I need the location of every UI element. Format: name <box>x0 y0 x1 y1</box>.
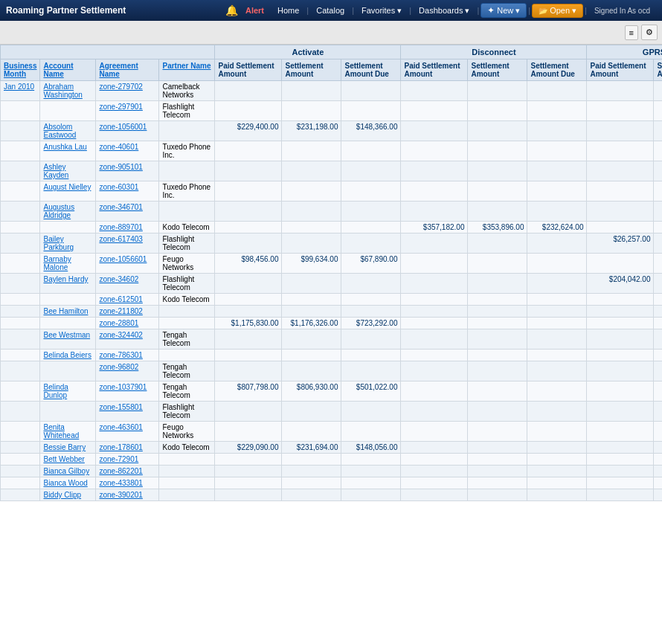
table-row: Jan 2010Abraham Washingtonzone-279702Cam… <box>1 81 663 101</box>
list-view-button[interactable]: ≡ <box>625 25 638 40</box>
col-agreement-name[interactable]: Agreement Name <box>96 59 159 81</box>
nav-dashboards[interactable]: Dashboards ▾ <box>413 4 475 18</box>
col-account-name[interactable]: Account Name <box>40 59 96 81</box>
table-cell[interactable]: zone-96802 <box>96 361 159 381</box>
table-cell[interactable]: Bianca Gilboy <box>40 466 96 477</box>
table-cell[interactable]: Bessie Barry <box>40 442 96 454</box>
table-cell[interactable]: zone-279702 <box>96 81 159 101</box>
app-title: Roaming Partner Settlement <box>6 5 126 16</box>
table-cell[interactable]: zone-211802 <box>96 306 159 318</box>
table-cell <box>587 141 654 161</box>
table-cell[interactable]: Bailey Parkburg <box>40 234 96 254</box>
table-cell[interactable]: zone-178601 <box>96 442 159 454</box>
table-cell <box>527 318 587 329</box>
table-body: Jan 2010Abraham Washingtonzone-279702Cam… <box>1 81 663 501</box>
open-button[interactable]: 📂 Open ▾ <box>532 4 583 18</box>
table-cell <box>40 318 96 329</box>
table-row: Bianca Woodzone-433801 <box>1 477 663 489</box>
table-cell <box>1 306 40 318</box>
col-business-month[interactable]: Business Month <box>1 59 40 81</box>
nav-catalog[interactable]: Catalog <box>310 4 350 17</box>
table-cell: $806,930.00 <box>282 381 341 402</box>
nav-favorites[interactable]: Favorites ▾ <box>356 4 408 18</box>
disconnect-group-header: Disconnect <box>401 45 587 59</box>
table-cell <box>159 161 215 181</box>
table-row: Bett Webberzone-72901 <box>1 454 663 466</box>
table-cell <box>215 350 282 361</box>
table-cell[interactable]: Belinda Dunlop <box>40 381 96 402</box>
table-cell[interactable]: Ashley Kayden <box>40 161 96 181</box>
table-cell[interactable]: Bee Westman <box>40 329 96 350</box>
table-cell: $232,624.00 <box>527 222 587 234</box>
table-cell <box>401 442 468 454</box>
table-cell[interactable]: zone-40601 <box>96 141 159 161</box>
table-cell[interactable]: zone-617403 <box>96 234 159 254</box>
table-cell[interactable]: August Nielley <box>40 181 96 202</box>
table-cell[interactable]: zone-60301 <box>96 181 159 202</box>
table-cell <box>215 454 282 466</box>
table-cell[interactable]: zone-34602 <box>96 274 159 294</box>
table-cell[interactable]: Baylen Hardy <box>40 274 96 294</box>
table-cell[interactable]: zone-346701 <box>96 202 159 222</box>
table-cell <box>159 489 215 501</box>
table-cell[interactable]: Barnaby Malone <box>40 254 96 274</box>
table-cell[interactable]: zone-297901 <box>96 101 159 121</box>
col-partner-name[interactable]: Partner Name <box>159 59 215 81</box>
table-cell <box>468 466 527 477</box>
column-header-row: Business Month Account Name Agreement Na… <box>1 59 663 81</box>
settings-button[interactable]: ⚙ <box>641 25 658 40</box>
table-cell <box>282 306 341 318</box>
table-cell[interactable]: zone-390201 <box>96 489 159 501</box>
table-cell[interactable]: zone-1037901 <box>96 381 159 402</box>
table-cell <box>468 202 527 222</box>
table-cell <box>40 294 96 306</box>
table-cell[interactable]: zone-612501 <box>96 294 159 306</box>
table-cell[interactable]: zone-889701 <box>96 222 159 234</box>
nav-home[interactable]: Home <box>271 4 305 17</box>
table-cell[interactable]: zone-463601 <box>96 422 159 442</box>
empty-group-header <box>1 45 215 59</box>
table-cell <box>468 294 527 306</box>
col-act-paid-settlement: Paid Settlement Amount <box>215 59 282 81</box>
table-cell: Tuxedo Phone Inc. <box>159 181 215 202</box>
table-cell[interactable]: Jan 2010 <box>1 81 40 101</box>
table-cell[interactable]: Bett Webber <box>40 454 96 466</box>
table-cell: Kodo Telecom <box>159 222 215 234</box>
table-cell[interactable]: Belinda Beiers <box>40 350 96 361</box>
table-cell[interactable]: zone-28801 <box>96 318 159 329</box>
table-cell <box>215 306 282 318</box>
table-cell <box>40 222 96 234</box>
table-cell[interactable]: zone-862201 <box>96 466 159 477</box>
table-cell[interactable]: Augustus Aldridge <box>40 202 96 222</box>
table-cell <box>1 101 40 121</box>
table-cell[interactable]: Bianca Wood <box>40 477 96 489</box>
col-dis-settlement-amount: Settlement Amount <box>468 59 527 81</box>
table-cell[interactable]: zone-324402 <box>96 329 159 350</box>
table-cell[interactable]: zone-786301 <box>96 350 159 361</box>
table-cell[interactable]: Anushka Lau <box>40 141 96 161</box>
table-cell[interactable]: zone-905101 <box>96 161 159 181</box>
new-button[interactable]: ✦ New ▾ <box>481 3 527 18</box>
table-cell: $501,022.00 <box>341 381 401 402</box>
table-cell <box>468 381 527 402</box>
table-cell[interactable]: zone-1056601 <box>96 254 159 274</box>
table-cell[interactable]: zone-155801 <box>96 402 159 422</box>
table-cell <box>468 402 527 422</box>
alert-label[interactable]: Alert <box>240 4 270 17</box>
table-cell[interactable]: Biddy Clipp <box>40 489 96 501</box>
table-cell <box>468 101 527 121</box>
table-cell[interactable]: zone-72901 <box>96 454 159 466</box>
table-row: zone-889701Kodo Telecom$357,182.00$353,8… <box>1 222 663 234</box>
table-cell <box>654 402 662 422</box>
table-cell[interactable]: Benita Whitehead <box>40 422 96 442</box>
table-cell[interactable]: Bee Hamilton <box>40 306 96 318</box>
table-cell[interactable]: Abraham Washington <box>40 81 96 101</box>
table-cell[interactable]: Absolom Eastwood <box>40 121 96 141</box>
table-cell <box>527 141 587 161</box>
table-cell[interactable]: zone-1056001 <box>96 121 159 141</box>
table-cell[interactable]: zone-433801 <box>96 477 159 489</box>
table-row: zone-297901Flashlight Telecom <box>1 101 663 121</box>
table-cell <box>1 222 40 234</box>
table-row: Biddy Clippzone-390201 <box>1 489 663 501</box>
table-cell <box>215 202 282 222</box>
